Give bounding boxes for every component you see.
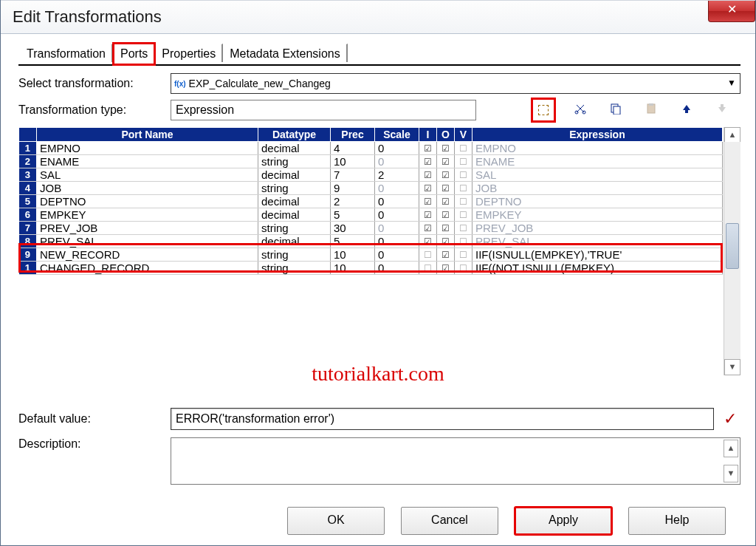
checkbox-variable-port[interactable] — [455, 208, 472, 222]
cell-datatype[interactable]: decimal — [258, 142, 331, 155]
validate-button[interactable]: ✓ — [720, 409, 740, 429]
cell-datatype[interactable]: string — [258, 155, 331, 168]
cell-datatype[interactable]: string — [258, 248, 331, 262]
checkbox-variable-port[interactable] — [455, 155, 472, 168]
scroll-up-button[interactable]: ▲ — [724, 127, 740, 143]
cell-expression[interactable]: IIF((NOT ISNULL(EMPKEY) — [472, 262, 723, 275]
checkbox-output-port[interactable] — [437, 142, 455, 155]
cell-expression[interactable]: EMPNO — [472, 142, 723, 155]
cell-scale[interactable]: 0 — [375, 195, 419, 208]
move-up-button[interactable] — [678, 100, 695, 117]
cell-portname[interactable]: SAL — [37, 168, 258, 182]
tab-ports[interactable]: Ports — [113, 43, 155, 65]
grid-header-datatype[interactable]: Datatype — [258, 128, 331, 142]
cell-portname[interactable]: EMPKEY — [37, 208, 258, 222]
checkbox-output-port[interactable] — [437, 248, 455, 262]
cell-prec[interactable]: 10 — [331, 155, 375, 168]
cell-portname[interactable]: NEW_RECORD — [37, 248, 258, 262]
checkbox-variable-port[interactable] — [455, 195, 472, 208]
cell-prec[interactable]: 4 — [331, 142, 375, 155]
close-button[interactable]: ✕ — [708, 1, 755, 22]
grid-header-i[interactable]: I — [419, 128, 437, 142]
cell-datatype[interactable]: string — [258, 182, 331, 195]
checkbox-variable-port[interactable] — [455, 248, 472, 262]
apply-button[interactable]: Apply — [515, 507, 612, 535]
default-value-input[interactable]: ERROR('transformation error') — [171, 408, 714, 430]
checkbox-input-port[interactable] — [419, 195, 437, 208]
cell-scale[interactable]: 0 — [375, 208, 419, 222]
grid-header-scale[interactable]: Scale — [375, 128, 419, 142]
cell-scale[interactable]: 0 — [375, 222, 419, 235]
cancel-button[interactable]: Cancel — [401, 507, 498, 535]
checkbox-input-port[interactable] — [419, 182, 437, 195]
grid-header-v[interactable]: V — [455, 128, 472, 142]
checkbox-variable-port[interactable] — [455, 168, 472, 182]
cell-portname[interactable]: PREV_JOB — [37, 222, 258, 235]
move-down-button[interactable] — [714, 100, 730, 117]
desc-scroll-up[interactable]: ▲ — [724, 440, 738, 457]
checkbox-input-port[interactable] — [419, 155, 437, 168]
table-row[interactable]: 9NEW_RECORDstring100IIF(ISNULL(EMPKEY),'… — [19, 248, 723, 262]
cell-prec[interactable]: 2 — [331, 195, 375, 208]
grid-header-prec[interactable]: Prec — [331, 128, 375, 142]
cell-scale[interactable]: 0 — [375, 235, 419, 248]
cell-scale[interactable]: 0 — [375, 155, 419, 168]
checkbox-output-port[interactable] — [437, 262, 455, 275]
checkbox-input-port[interactable] — [419, 262, 437, 275]
checkbox-output-port[interactable] — [437, 168, 455, 182]
checkbox-variable-port[interactable] — [455, 262, 472, 275]
table-row[interactable]: 7PREV_JOBstring300PREV_JOB — [19, 222, 723, 235]
cell-portname[interactable]: DEPTNO — [37, 195, 258, 208]
cell-datatype[interactable]: string — [258, 222, 331, 235]
grid-header-o[interactable]: O — [437, 128, 455, 142]
checkbox-variable-port[interactable] — [455, 182, 472, 195]
cell-datatype[interactable]: decimal — [258, 208, 331, 222]
cell-portname[interactable]: ENAME — [37, 155, 258, 168]
new-port-button[interactable] — [534, 100, 553, 120]
table-row[interactable]: 1CHANGED_RECORDstring100IIF((NOT ISNULL(… — [19, 262, 723, 275]
cell-prec[interactable]: 30 — [331, 222, 375, 235]
table-row[interactable]: 5DEPTNOdecimal20DEPTNO — [19, 195, 723, 208]
scroll-track[interactable] — [724, 142, 740, 361]
table-row[interactable]: 2ENAMEstring100ENAME — [19, 155, 723, 168]
desc-scroll-down[interactable]: ▼ — [724, 465, 738, 482]
cell-expression[interactable]: ENAME — [472, 155, 723, 168]
cut-button[interactable] — [572, 100, 588, 117]
tab-properties[interactable]: Properties — [155, 44, 223, 62]
cell-expression[interactable]: PREV_SAL — [472, 235, 723, 248]
description-scrollbar[interactable]: ▲ ▼ — [724, 440, 738, 482]
cell-datatype[interactable]: decimal — [258, 168, 331, 182]
paste-button[interactable] — [643, 100, 659, 117]
description-textarea[interactable]: ▲ ▼ — [171, 437, 740, 485]
checkbox-variable-port[interactable] — [455, 222, 472, 235]
cell-scale[interactable]: 2 — [375, 168, 419, 182]
cell-expression[interactable]: JOB — [472, 182, 723, 195]
checkbox-input-port[interactable] — [419, 248, 437, 262]
checkbox-output-port[interactable] — [437, 182, 455, 195]
cell-expression[interactable]: SAL — [472, 168, 723, 182]
tab-metadata-extensions[interactable]: Metadata Extensions — [223, 44, 347, 62]
table-row[interactable]: 4JOBstring90JOB — [19, 182, 723, 195]
checkbox-variable-port[interactable] — [455, 142, 472, 155]
cell-prec[interactable]: 10 — [331, 262, 375, 275]
table-row[interactable]: 6EMPKEYdecimal50EMPKEY — [19, 208, 723, 222]
checkbox-output-port[interactable] — [437, 155, 455, 168]
cell-expression[interactable]: EMPKEY — [472, 208, 723, 222]
cell-expression[interactable]: DEPTNO — [472, 195, 723, 208]
cell-portname[interactable]: CHANGED_RECORD — [37, 262, 258, 275]
ports-grid[interactable]: Port Name Datatype Prec Scale I O V Expr… — [18, 127, 723, 275]
grid-header-portname[interactable]: Port Name — [37, 128, 258, 142]
cell-datatype[interactable]: decimal — [258, 195, 331, 208]
tab-transformation[interactable]: Transformation — [20, 44, 113, 62]
checkbox-input-port[interactable] — [419, 208, 437, 222]
cell-prec[interactable]: 9 — [331, 182, 375, 195]
checkbox-output-port[interactable] — [437, 222, 455, 235]
table-row[interactable]: 3SALdecimal72SAL — [19, 168, 723, 182]
scroll-down-button[interactable]: ▼ — [724, 359, 740, 375]
checkbox-input-port[interactable] — [419, 168, 437, 182]
ok-button[interactable]: OK — [287, 507, 385, 535]
cell-datatype[interactable]: string — [258, 262, 331, 275]
checkbox-output-port[interactable] — [437, 195, 455, 208]
cell-scale[interactable]: 0 — [375, 262, 419, 275]
cell-scale[interactable]: 0 — [375, 248, 419, 262]
